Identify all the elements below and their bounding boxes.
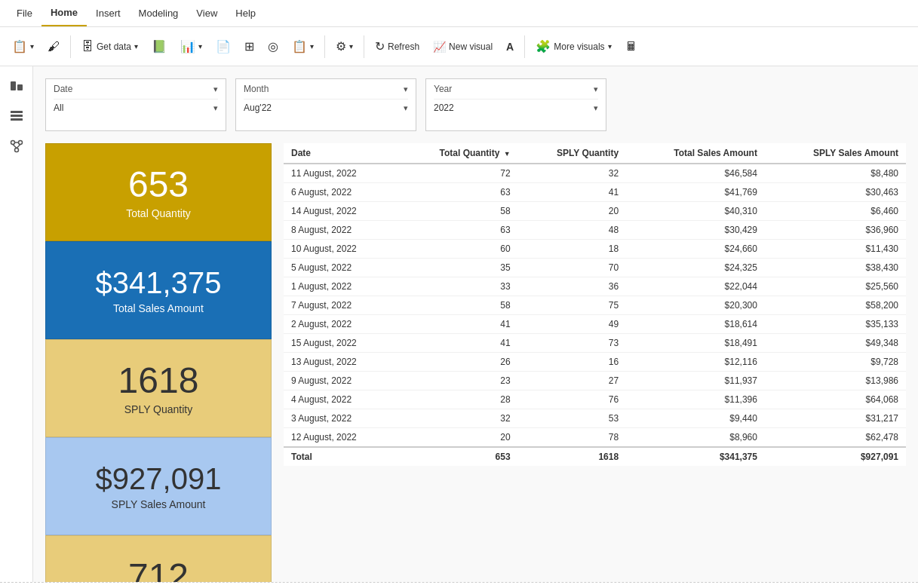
cell-sply-qty: 76 [518,390,627,409]
more-visuals-label: More visuals [554,41,604,52]
total-quantity-label: Total Quantity [126,207,191,219]
date-filter-box: Date ▾ All ▾ [45,78,226,131]
transform-button[interactable]: ⚙ ▾ [330,32,359,62]
year-filter-title: Year [434,84,452,94]
paginated-button[interactable]: 📄 [210,32,237,62]
year-filter-value-arrow[interactable]: ▾ [594,103,598,113]
cell-sply-sales: $38,430 [765,259,906,277]
scorecard-button[interactable]: ◎ [262,32,284,62]
svg-point-7 [14,149,18,152]
cell-sply-sales: $25,560 [765,277,906,296]
calculator-icon: 🖩 [625,40,637,54]
date-filter-value[interactable]: All ▾ [54,99,218,113]
svg-rect-1 [17,84,23,90]
cell-total-sales: $12,116 [626,353,765,372]
menu-help[interactable]: Help [226,0,265,26]
svg-line-9 [17,145,20,149]
kpi-row-2: 1618 SPLY Quantity [45,339,272,437]
table-row: 4 August, 2022 28 76 $11,396 $64,068 [284,390,906,409]
table-row: 10 August, 2022 60 18 $24,660 $11,430 [284,240,906,259]
report-button[interactable]: 📋 ▾ [286,32,320,62]
col-total-sales[interactable]: Total Sales Amount [626,143,765,164]
cell-total-sales: $9,440 [626,409,765,428]
col-date[interactable]: Date [284,143,397,164]
cell-date: 14 August, 2022 [284,202,397,221]
cell-sply-sales: $11,430 [765,240,906,259]
cell-total-sales: $8,960 [626,428,765,448]
cell-sply-sales: $35,133 [765,315,906,334]
cell-total-qty: 26 [397,353,517,372]
total-qty: 653 [397,447,517,466]
cell-total-sales: $11,396 [626,390,765,409]
sidebar-model-view[interactable] [3,133,30,160]
refresh-button[interactable]: ↻ Refresh [369,32,425,62]
col-sply-sales[interactable]: SPLY Sales Amount [765,143,906,164]
col-sply-qty[interactable]: SPLY Quantity [518,143,627,164]
cell-date: 9 August, 2022 [284,372,397,390]
menu-insert[interactable]: Insert [87,0,130,26]
col-total-qty[interactable]: Total Quantity ▼ [397,143,517,164]
sidebar-report-view[interactable] [3,72,30,100]
sidebar-data-view[interactable] [3,103,30,130]
calculator-button[interactable]: 🖩 [619,32,643,62]
excel-button[interactable]: 📗 [146,32,173,62]
cell-total-qty: 33 [397,277,517,296]
menu-bar: File Home Insert Modeling View Help [0,0,918,27]
month-filter-arrow[interactable]: ▾ [404,84,408,94]
text-box-icon: A [506,41,514,53]
more-visuals-button[interactable]: 🧩 More visuals ▾ [530,32,617,62]
menu-file[interactable]: File [8,0,41,26]
menu-view[interactable]: View [187,0,226,26]
cell-sply-qty: 53 [518,409,627,428]
excel-icon: 📗 [152,39,167,54]
dataflow-icon: 📊 [180,39,195,54]
new-visual-button[interactable]: 📈 New visual [427,32,499,62]
svg-rect-2 [11,111,23,113]
menu-modeling[interactable]: Modeling [130,0,188,26]
date-filter-value-arrow[interactable]: ▾ [213,103,218,113]
cell-date: 10 August, 2022 [284,240,397,259]
cell-sply-qty: 48 [518,221,627,240]
menu-home[interactable]: Home [41,0,87,26]
cell-sply-qty: 18 [518,240,627,259]
get-data-icon: 🗄 [81,40,94,54]
cell-total-qty: 41 [397,315,517,334]
separator-1 [70,35,71,58]
format-painter-icon: 🖌 [48,40,60,54]
paste-button[interactable]: 📋 ▾ [6,32,40,62]
date-filter-arrow[interactable]: ▾ [213,84,218,94]
table-row: 14 August, 2022 58 20 $40,310 $6,460 [284,202,906,221]
transform-icon: ⚙ [336,39,346,54]
toolbar: 📋 ▾ 🖌 🗄 Get data ▾ 📗 📊 ▾ 📄 ⊞ ◎ 📋 ▾ ⚙ ▾ ↻… [0,27,918,66]
cell-date: 1 August, 2022 [284,277,397,296]
canvas: Date ▾ All ▾ Month ▾ Aug'22 ▾ [33,66,918,588]
format-painter-button[interactable]: 🖌 [41,32,66,62]
cell-sply-sales: $30,463 [765,183,906,202]
get-data-label: Get data [97,41,131,52]
cell-total-qty: 41 [397,334,517,353]
cell-total-sales: $24,660 [626,240,765,259]
table-button[interactable]: ⊞ [238,32,260,62]
total-sply-sales: $927,091 [765,447,906,466]
kpi-section: 653 Total Quantity $341,375 Total Sales … [45,143,272,588]
year-filter-arrow[interactable]: ▾ [594,84,598,94]
cell-date: 15 August, 2022 [284,334,397,353]
month-filter-value[interactable]: Aug'22 ▾ [244,99,408,113]
cell-sply-qty: 20 [518,202,627,221]
table-row: 3 August, 2022 32 53 $9,440 $31,217 [284,409,906,428]
cell-sply-sales: $9,728 [765,353,906,372]
cell-sply-qty: 27 [518,372,627,390]
cell-date: 13 August, 2022 [284,353,397,372]
dataflow-button[interactable]: 📊 ▾ [174,32,208,62]
main-layout: Date ▾ All ▾ Month ▾ Aug'22 ▾ [0,66,918,588]
sort-icon: ▼ [504,150,511,158]
total-sply-qty: 1618 [518,447,627,466]
month-filter-value-arrow[interactable]: ▾ [404,103,408,113]
year-filter-value[interactable]: 2022 ▾ [434,99,598,113]
text-box-button[interactable]: A [500,32,520,62]
cell-total-sales: $18,614 [626,315,765,334]
get-data-button[interactable]: 🗄 Get data ▾ [75,32,144,62]
month-filter-label: Month ▾ [244,84,408,94]
cell-sply-sales: $8,480 [765,164,906,183]
main-content: 653 Total Quantity $341,375 Total Sales … [45,143,906,588]
